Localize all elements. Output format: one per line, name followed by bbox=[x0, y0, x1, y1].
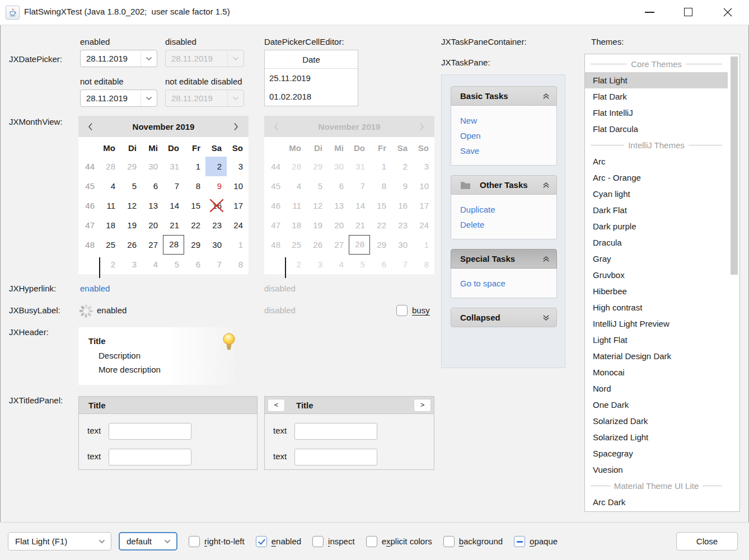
theme-item-flat-intellij[interactable]: Flat IntelliJ bbox=[585, 105, 728, 121]
calendar-day[interactable]: 20 bbox=[142, 215, 163, 235]
theme-item-high-contrast[interactable]: High contrast bbox=[585, 299, 728, 316]
theme-item-spacegray[interactable]: Spacegray bbox=[585, 445, 728, 462]
taskpane-header[interactable]: Other Tasks bbox=[451, 175, 557, 195]
collapse-chevron-up-icon[interactable] bbox=[542, 93, 550, 100]
task-link-go-to-space[interactable]: Go to space bbox=[460, 276, 556, 291]
theme-item-flat-light[interactable]: Flat Light bbox=[585, 72, 728, 88]
hyperlink-enabled[interactable]: enabled bbox=[80, 284, 110, 293]
checkbox-explicit-colors[interactable]: explicit colors bbox=[366, 536, 432, 547]
titled-panel-text-input[interactable] bbox=[294, 449, 377, 465]
theme-item-one-dark[interactable]: One Dark bbox=[585, 397, 728, 413]
busy-checkbox-label[interactable]: busy bbox=[412, 305, 430, 315]
previous-month-button[interactable] bbox=[88, 122, 93, 131]
calendar-day[interactable]: 25 bbox=[99, 235, 120, 255]
calendar-day[interactable]: 1 bbox=[227, 235, 248, 255]
calendar-day[interactable]: 19 bbox=[120, 215, 142, 235]
datepicker-value[interactable]: 28.11.2019 bbox=[81, 93, 141, 103]
close-window-button[interactable] bbox=[722, 7, 733, 18]
busy-checkbox[interactable] bbox=[396, 305, 408, 316]
datepicker-enabled[interactable]: 28.11.2019 bbox=[80, 50, 157, 67]
checkbox-right-to-left[interactable]: right-to-left bbox=[189, 536, 245, 547]
checkbox-box[interactable] bbox=[189, 536, 200, 547]
calendar-day[interactable]: 7 bbox=[205, 255, 227, 274]
theme-item-dracula[interactable]: Dracula bbox=[585, 234, 728, 251]
datepicker-dropdown-button[interactable] bbox=[141, 90, 157, 106]
theme-item-arc[interactable]: Arc bbox=[585, 153, 728, 170]
calendar-day[interactable]: 12 bbox=[120, 196, 142, 215]
taskpane-header[interactable]: Collapsed bbox=[451, 308, 557, 327]
calendar-day[interactable]: 18 bbox=[99, 215, 120, 235]
datepicker-value[interactable]: 28.11.2019 bbox=[81, 54, 141, 63]
calendar-day[interactable]: 8 bbox=[184, 176, 205, 196]
collapse-chevron-up-icon[interactable] bbox=[542, 256, 550, 262]
titled-panel-left-button[interactable]: < bbox=[268, 399, 285, 412]
calendar-day[interactable]: 27 bbox=[142, 235, 163, 255]
task-link-save[interactable]: Save bbox=[460, 143, 556, 158]
titled-panel-text-input[interactable] bbox=[109, 449, 191, 465]
calendar-day[interactable]: 29 bbox=[184, 235, 205, 255]
next-month-button[interactable] bbox=[233, 122, 239, 131]
calendar-day[interactable]: 5 bbox=[163, 255, 184, 274]
task-link-delete[interactable]: Delete bbox=[460, 217, 556, 232]
calendar-day[interactable]: 3 bbox=[227, 157, 248, 176]
titled-panel-text-input[interactable] bbox=[109, 423, 191, 440]
theme-item-arc-dark-contrast[interactable]: Arc Dark Contrast bbox=[585, 510, 728, 512]
theme-item-dark-flat[interactable]: Dark Flat bbox=[585, 202, 728, 218]
checkbox-opaque[interactable]: opaque bbox=[514, 536, 558, 547]
calendar-day[interactable]: 9 bbox=[205, 176, 227, 196]
checkbox-enabled[interactable]: enabled bbox=[256, 536, 301, 547]
calendar-day[interactable]: 31 bbox=[163, 157, 184, 176]
collapse-chevron-up-icon[interactable] bbox=[542, 182, 550, 189]
theme-item-arc-orange[interactable]: Arc - Orange bbox=[585, 170, 728, 186]
task-link-new[interactable]: New bbox=[460, 113, 556, 128]
theme-item-flat-dark[interactable]: Flat Dark bbox=[585, 88, 728, 105]
theme-item-vuesion[interactable]: Vuesion bbox=[585, 462, 728, 478]
theme-item-light-flat[interactable]: Light Flat bbox=[585, 332, 728, 348]
calendar-day[interactable]: 13 bbox=[142, 196, 163, 215]
calendar-day[interactable]: 6 bbox=[184, 255, 205, 274]
taskpane-header[interactable]: Special Tasks bbox=[451, 249, 557, 269]
calendar-day[interactable]: 8 bbox=[227, 255, 248, 274]
theme-combobox[interactable]: Flat Light (F1) bbox=[8, 532, 111, 550]
checkbox-box[interactable] bbox=[514, 536, 525, 547]
expand-chevron-down-icon[interactable] bbox=[542, 314, 550, 321]
calendar-day[interactable]: 5 bbox=[120, 176, 142, 196]
calendar-day[interactable]: 4 bbox=[142, 255, 163, 274]
titled-panel-text-input[interactable] bbox=[294, 423, 377, 440]
theme-item-gray[interactable]: Gray bbox=[585, 251, 728, 267]
calendar-day[interactable]: 4 bbox=[99, 176, 120, 196]
calendar-day[interactable]: 2 bbox=[99, 255, 120, 274]
minimize-button[interactable] bbox=[645, 12, 654, 13]
theme-item-cyan-light[interactable]: Cyan light bbox=[585, 186, 728, 202]
calendar-day[interactable]: 14 bbox=[163, 196, 184, 215]
calendar-day[interactable]: 15 bbox=[184, 196, 205, 215]
theme-item-arc-dark[interactable]: Arc Dark bbox=[585, 494, 728, 510]
calendar-day[interactable]: 22 bbox=[184, 215, 205, 235]
taskpane-header[interactable]: Basic Tasks bbox=[451, 86, 557, 106]
calendar-day[interactable]: 30 bbox=[142, 157, 163, 176]
calendar-day[interactable]: 17 bbox=[227, 196, 248, 215]
maximize-button[interactable] bbox=[684, 8, 692, 16]
theme-item-flat-darcula[interactable]: Flat Darcula bbox=[585, 121, 728, 137]
calendar-day[interactable]: 2 bbox=[205, 157, 227, 176]
calendar-day[interactable]: 11 bbox=[99, 196, 120, 215]
task-link-duplicate[interactable]: Duplicate bbox=[460, 202, 556, 217]
calendar-day[interactable]: 10 bbox=[227, 176, 248, 196]
table-row[interactable]: 01.02.2018 bbox=[265, 87, 358, 106]
scrollbar-thumb[interactable] bbox=[731, 57, 738, 275]
theme-item-intellij-light-preview[interactable]: IntelliJ Light Preview bbox=[585, 316, 728, 332]
checkbox-background[interactable]: background bbox=[443, 536, 503, 547]
calendar-day[interactable]: 29 bbox=[120, 157, 142, 176]
calendar-day[interactable]: 23 bbox=[205, 215, 227, 235]
calendar-day[interactable]: 16 bbox=[205, 196, 227, 215]
theme-item-gruvbox[interactable]: Gruvbox bbox=[585, 267, 728, 283]
calendar-day[interactable]: 26 bbox=[120, 235, 142, 255]
theme-item-dark-purple[interactable]: Dark purple bbox=[585, 218, 728, 234]
calendar-day[interactable]: 24 bbox=[227, 215, 248, 235]
calendar-day[interactable]: 6 bbox=[142, 176, 163, 196]
calendar-day[interactable]: 7 bbox=[163, 176, 184, 196]
calendar-day[interactable]: 1 bbox=[184, 157, 205, 176]
checkbox-box[interactable] bbox=[256, 536, 267, 547]
calendar-day[interactable]: 28 bbox=[163, 235, 184, 255]
datepicker-dropdown-button[interactable] bbox=[141, 50, 157, 67]
